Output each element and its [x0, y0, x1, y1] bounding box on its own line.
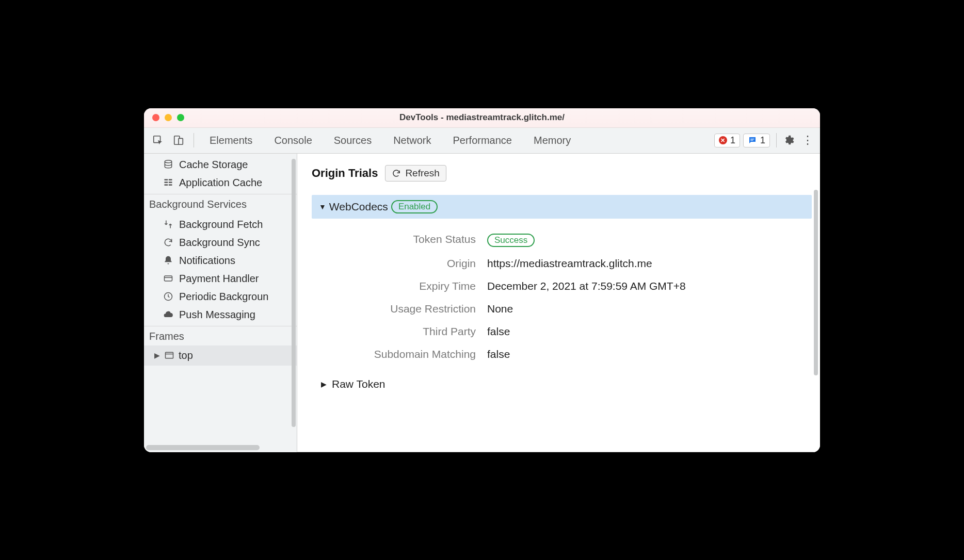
card-icon: [163, 273, 174, 284]
sidebar-item-label: Application Cache: [179, 177, 262, 189]
toolbar-divider: [776, 133, 777, 147]
maximize-window-button[interactable]: [177, 114, 184, 121]
origin-value: https://mediastreamtrack.glitch.me: [487, 257, 652, 270]
devtools-window: DevTools - mediastreamtrack.glitch.me/ E…: [144, 108, 820, 452]
sync-icon: [163, 237, 174, 248]
svg-rect-7: [169, 179, 172, 180]
inspect-element-icon[interactable]: [149, 131, 167, 149]
sidebar-item-label: Push Messaging: [179, 309, 255, 321]
expiry-time-label: Expiry Time: [321, 280, 476, 292]
error-icon: ✕: [719, 136, 727, 144]
raw-token-row[interactable]: ▶ Raw Token: [321, 378, 812, 390]
bell-icon: [163, 255, 174, 266]
tab-performance[interactable]: Performance: [444, 128, 522, 153]
origin-label: Origin: [321, 257, 476, 270]
errors-pill[interactable]: ✕ 1: [714, 134, 740, 147]
status-badge-enabled: Enabled: [391, 200, 438, 213]
panel-bottom-divider: [297, 452, 820, 452]
sidebar-item-background-fetch[interactable]: Background Fetch: [144, 216, 297, 234]
svg-rect-6: [165, 179, 168, 180]
sidebar-item-label: Cache Storage: [179, 159, 248, 171]
svg-rect-10: [165, 184, 168, 186]
trial-name: WebCodecs: [329, 201, 388, 213]
traffic-lights: [152, 114, 184, 121]
svg-rect-3: [750, 139, 754, 139]
main-vertical-scrollbar[interactable]: [814, 190, 818, 375]
svg-rect-4: [750, 140, 753, 140]
svg-rect-11: [169, 184, 172, 186]
refresh-button-label: Refresh: [405, 168, 440, 179]
tab-elements[interactable]: Elements: [200, 128, 262, 153]
sidebar-item-cache-storage[interactable]: Cache Storage: [144, 156, 297, 174]
sidebar-item-application-cache[interactable]: Application Cache: [144, 174, 297, 192]
origin-trials-heading: Origin Trials: [312, 167, 378, 180]
svg-rect-9: [169, 182, 172, 183]
token-status-label: Token Status: [321, 233, 476, 247]
clock-icon: [163, 291, 174, 302]
chevron-right-icon: ▶: [321, 380, 327, 388]
sidebar-item-background-sync[interactable]: Background Sync: [144, 234, 297, 252]
messages-pill[interactable]: 1: [743, 134, 770, 147]
close-window-button[interactable]: [152, 114, 159, 121]
svg-rect-2: [179, 138, 183, 144]
subdomain-matching-label: Subdomain Matching: [321, 348, 476, 360]
toolbar-divider: [194, 133, 194, 147]
sidebar-item-label: Notifications: [179, 255, 235, 267]
trial-details: Token Status Success Origin https://medi…: [321, 228, 812, 366]
third-party-label: Third Party: [321, 325, 476, 338]
svg-rect-8: [165, 182, 168, 183]
expiry-time-value: December 2, 2021 at 7:59:59 AM GMT+8: [487, 280, 686, 292]
device-toolbar-icon[interactable]: [170, 131, 187, 149]
raw-token-label: Raw Token: [332, 378, 385, 390]
sidebar-item-label: Periodic Backgroun: [179, 291, 268, 303]
sidebar-item-label: Background Fetch: [179, 219, 263, 230]
sidebar-vertical-scrollbar[interactable]: [292, 159, 296, 427]
more-options-icon[interactable]: ⋮: [800, 134, 815, 147]
cloud-icon: [163, 309, 174, 320]
sidebar-section-background-services[interactable]: Background Services: [144, 194, 297, 213]
chevron-right-icon: ▶: [154, 351, 160, 359]
settings-icon[interactable]: [783, 135, 797, 146]
refresh-icon: [392, 169, 401, 178]
frame-top-label: top: [179, 350, 193, 361]
database-icon: [163, 159, 174, 170]
devtools-toolbar: Elements Console Sources Network Perform…: [144, 128, 820, 154]
sidebar-item-push-messaging[interactable]: Push Messaging: [144, 306, 297, 324]
window-title: DevTools - mediastreamtrack.glitch.me/: [144, 112, 820, 123]
subdomain-matching-value: false: [487, 348, 510, 360]
sidebar-horizontal-scrollbar[interactable]: [144, 445, 297, 452]
application-sidebar: Cache Storage Application Cache Backgrou…: [144, 154, 297, 452]
trial-webcodecs-row[interactable]: ▼ WebCodecs Enabled: [312, 195, 812, 219]
sidebar-item-payment-handler[interactable]: Payment Handler: [144, 270, 297, 288]
tab-sources[interactable]: Sources: [325, 128, 381, 153]
tab-network[interactable]: Network: [384, 128, 440, 153]
sidebar-section-frames[interactable]: Frames: [144, 326, 297, 345]
titlebar: DevTools - mediastreamtrack.glitch.me/: [144, 108, 820, 128]
usage-restriction-label: Usage Restriction: [321, 303, 476, 315]
window-icon: [164, 350, 174, 360]
sidebar-item-frame-top[interactable]: ▶ top: [144, 345, 297, 366]
message-icon: [748, 136, 757, 145]
svg-rect-12: [165, 276, 172, 281]
sidebar-item-label: Payment Handler: [179, 273, 259, 285]
usage-restriction-value: None: [487, 303, 513, 315]
status-badge-success: Success: [487, 234, 535, 247]
tab-memory[interactable]: Memory: [524, 128, 580, 153]
chevron-down-icon: ▼: [319, 203, 326, 211]
svg-point-5: [165, 160, 171, 163]
origin-trials-panel: Origin Trials Refresh ▼ WebCodecs Enable…: [297, 154, 820, 452]
sidebar-item-label: Background Sync: [179, 237, 260, 249]
sidebar-item-notifications[interactable]: Notifications: [144, 252, 297, 270]
refresh-button[interactable]: Refresh: [385, 165, 446, 182]
fetch-icon: [163, 219, 174, 230]
tab-console[interactable]: Console: [265, 128, 321, 153]
sidebar-item-periodic-background-sync[interactable]: Periodic Backgroun: [144, 288, 297, 306]
errors-count: 1: [730, 135, 735, 146]
third-party-value: false: [487, 325, 510, 338]
minimize-window-button[interactable]: [165, 114, 172, 121]
messages-count: 1: [760, 135, 765, 146]
grid-icon: [163, 177, 174, 188]
svg-rect-15: [166, 352, 173, 358]
